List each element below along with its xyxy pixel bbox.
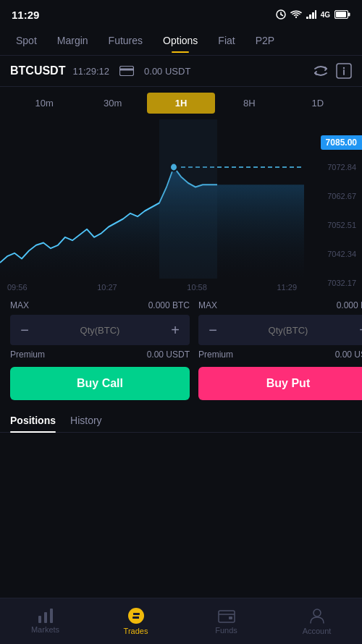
time-btn-10m[interactable]: 10m (10, 93, 78, 114)
bottom-nav: Markets Trades Funds Account (0, 598, 362, 644)
price-chart (0, 119, 304, 279)
tab-margin[interactable]: Margin (47, 29, 98, 52)
signal-icon (306, 10, 316, 19)
time-label-2: 10:27 (97, 283, 117, 292)
time-btn-8h[interactable]: 8H (215, 93, 283, 114)
call-increment-btn[interactable]: + (161, 315, 190, 345)
put-qty-input[interactable] (227, 325, 349, 336)
time-btn-30m[interactable]: 30m (78, 93, 146, 114)
call-qty-input[interactable] (39, 325, 161, 336)
nav-trades-label: Trades (124, 627, 148, 635)
time-label-1: 09:56 (7, 283, 28, 292)
put-max-value: 0.000 BTC (337, 300, 362, 310)
svg-rect-6 (312, 12, 314, 19)
wifi-icon (290, 10, 302, 19)
battery-icon (334, 10, 350, 19)
pair-name: BTCUSDT (10, 64, 65, 77)
time-axis: 09:56 10:27 10:58 11:29 (0, 283, 304, 293)
tab-history[interactable]: History (70, 415, 102, 432)
info-icon[interactable] (336, 63, 352, 79)
svg-point-3 (295, 17, 297, 18)
call-max-row: MAX 0.000 BTC (10, 300, 190, 310)
call-premium-row: Premium 0.00 USDT (10, 349, 190, 360)
status-time: 11:29 (12, 9, 39, 21)
svg-rect-20 (44, 612, 47, 623)
nav-funds-label: Funds (215, 626, 237, 635)
svg-rect-18 (159, 119, 217, 279)
buy-put-button[interactable]: Buy Put (198, 367, 362, 400)
price-label-4: 7042.34 (310, 250, 356, 258)
svg-rect-5 (309, 14, 311, 19)
clock-icon (276, 9, 286, 20)
time-btn-1h[interactable]: 1H (147, 93, 215, 114)
put-premium-label: Premium (198, 349, 233, 360)
svg-rect-7 (315, 10, 316, 19)
call-max-value: 0.000 BTC (148, 300, 190, 310)
tab-futures[interactable]: Futures (98, 29, 153, 52)
current-price-label: 7085.00 (321, 135, 362, 150)
call-premium-label: Premium (10, 349, 45, 360)
svg-rect-28 (229, 617, 232, 619)
nav-markets-label: Markets (31, 625, 59, 634)
svg-rect-11 (120, 67, 134, 76)
put-premium-row: Premium 0.00 USDT (198, 349, 362, 360)
call-qty-row: − + (10, 315, 190, 345)
time-label-4: 11:29 (277, 283, 297, 292)
svg-rect-9 (336, 12, 346, 17)
buy-call-button[interactable]: Buy Call (10, 367, 190, 400)
nav-account[interactable]: Account (272, 603, 362, 640)
trading-section: MAX 0.000 BTC − + Premium 0.00 USDT Buy … (0, 293, 362, 407)
call-max-label: MAX (10, 300, 29, 310)
nav-tabs: Spot Margin Futures Options Fiat P2P (0, 26, 362, 56)
svg-point-29 (313, 609, 321, 617)
buy-call-column: MAX 0.000 BTC − + Premium 0.00 USDT Buy … (10, 300, 190, 400)
time-btn-1d[interactable]: 1D (284, 93, 352, 114)
nav-account-label: Account (303, 627, 332, 635)
svg-point-15 (343, 67, 345, 69)
svg-rect-21 (50, 609, 53, 623)
svg-rect-10 (348, 13, 350, 17)
time-label-3: 10:58 (187, 283, 207, 292)
buy-put-column: MAX 0.000 BTC − + Premium 0.00 USDT Buy … (198, 300, 362, 400)
status-icons: 4G (276, 9, 350, 20)
svg-rect-12 (120, 69, 134, 71)
put-max-row: MAX 0.000 BTC (198, 300, 362, 310)
time-selector: 10m 30m 1H 8H 1D (0, 87, 362, 119)
user-icon (309, 607, 325, 624)
tab-spot[interactable]: Spot (6, 29, 47, 52)
tab-positions[interactable]: Positions (10, 415, 56, 432)
svg-rect-19 (38, 616, 41, 623)
tab-p2p[interactable]: P2P (245, 29, 285, 52)
svg-line-2 (281, 14, 283, 16)
pair-header: BTCUSDT 11:29:12 0.00 USDT (0, 56, 362, 87)
nav-funds[interactable]: Funds (181, 603, 272, 639)
put-max-label: MAX (198, 300, 217, 310)
nav-trades[interactable]: Trades (90, 603, 181, 640)
svg-rect-24 (132, 617, 140, 619)
put-increment-btn[interactable]: + (349, 315, 362, 345)
nav-markets[interactable]: Markets (0, 604, 90, 638)
exchange-icon (127, 607, 146, 624)
price-label-1: 7072.84 (310, 163, 356, 171)
swap-icon[interactable] (313, 63, 329, 79)
svg-rect-27 (219, 611, 235, 622)
tab-options[interactable]: Options (153, 29, 208, 52)
status-bar: 11:29 4G (0, 0, 362, 26)
chart-area: 7085.00 7072.84 7062.67 7052.51 7042.34 … (0, 119, 362, 293)
4g-badge: 4G (321, 11, 330, 19)
svg-rect-4 (306, 17, 308, 19)
pair-time: 11:29:12 (72, 66, 109, 77)
pair-actions (313, 63, 352, 79)
chart-bar-icon (37, 609, 54, 623)
call-decrement-btn[interactable]: − (10, 315, 39, 345)
svg-rect-23 (132, 613, 140, 615)
wallet-icon (218, 608, 235, 624)
positions-tabs: Positions History (0, 407, 362, 433)
card-icon (119, 66, 134, 76)
put-decrement-btn[interactable]: − (198, 315, 227, 345)
pair-balance: 0.00 USDT (144, 66, 190, 77)
put-qty-row: − + (198, 315, 362, 345)
call-premium-value: 0.00 USDT (147, 349, 190, 360)
tab-fiat[interactable]: Fiat (208, 29, 245, 52)
price-label-2: 7062.67 (310, 192, 356, 200)
